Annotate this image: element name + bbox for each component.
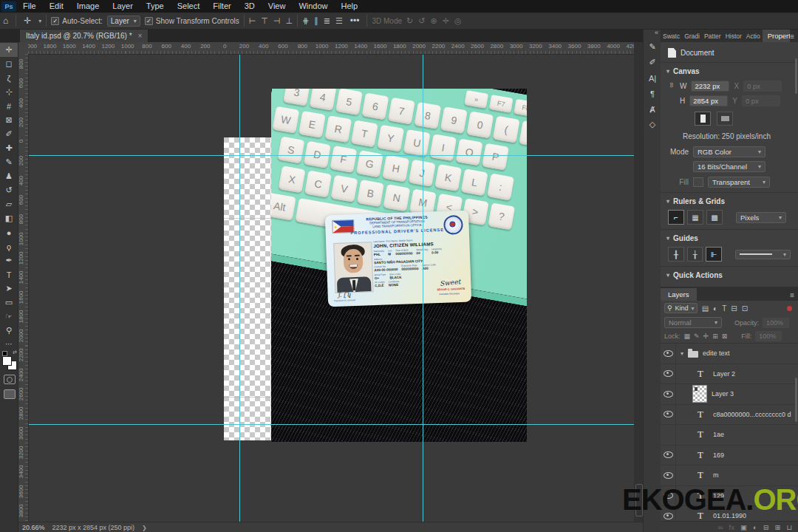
auto-select-target-dropdown[interactable]: Layer ▾ — [107, 16, 140, 27]
horizontal-guide[interactable] — [28, 424, 634, 425]
visibility-toggle[interactable] — [661, 446, 676, 466]
visibility-toggle[interactable] — [661, 425, 676, 445]
menu-item[interactable]: Filter — [206, 0, 237, 13]
lock-icon[interactable]: ⊞ — [712, 332, 718, 340]
toggle-pixel-grid-button[interactable]: ▩ — [706, 210, 723, 225]
horizontal-ruler[interactable]: 2000180016001400120010008006004002000200… — [28, 42, 634, 55]
link-layers-icon[interactable]: ∞ — [718, 523, 723, 531]
distribute-icon[interactable]: ≣ — [324, 16, 330, 26]
history-brush-tool[interactable]: ↺ — [0, 183, 18, 197]
layer-row[interactable]: T Layer 2 — [661, 364, 798, 385]
tab-layers[interactable]: Layers — [661, 288, 697, 301]
lock-guides-button[interactable]: ⊩ — [706, 247, 722, 262]
ruler-units-dropdown[interactable]: Pixels ▾ — [736, 212, 786, 223]
toggle-grid-button[interactable]: ▦ — [687, 210, 703, 225]
marquee-tool[interactable]: ◻ — [0, 57, 18, 71]
panel-tab[interactable]: Swatc — [661, 30, 682, 42]
visibility-toggle[interactable] — [661, 405, 676, 425]
panel-tab[interactable]: Patter — [702, 30, 723, 42]
width-field[interactable]: 2232 px — [691, 81, 729, 92]
toggle-rulers-button[interactable]: ⌐ — [668, 210, 684, 225]
edit-toolbar-icon[interactable]: ⋯ — [0, 340, 18, 348]
lock-icon[interactable]: ▦ — [684, 332, 691, 340]
menu-item[interactable]: Window — [292, 0, 334, 13]
opacity-field[interactable]: 100% — [763, 318, 789, 328]
foreground-background-colors[interactable]: ⇄ — [2, 351, 17, 369]
layer-row[interactable]: ▾ edite text — [661, 344, 798, 364]
canvas-section-header[interactable]: ▾ Canvas — [661, 67, 798, 75]
filter-type-icon[interactable]: T — [720, 304, 728, 313]
hand-tool[interactable]: ☞ — [0, 310, 18, 324]
character-panel-icon[interactable]: A| — [644, 70, 661, 86]
distribute-icon[interactable]: ⋕ — [302, 16, 309, 26]
menu-item[interactable]: Edit — [43, 0, 70, 13]
default-colors-icon[interactable] — [2, 351, 7, 356]
align-icon[interactable]: ⊤ — [261, 16, 268, 26]
quick-mask-icon[interactable] — [4, 375, 16, 384]
scrollbar-thumb[interactable] — [795, 378, 797, 422]
lock-icon[interactable]: ✛ — [703, 332, 709, 340]
blur-tool[interactable]: ● — [0, 225, 18, 239]
vertical-guide[interactable] — [423, 54, 423, 522]
panel-menu-icon[interactable]: ≡ — [790, 33, 798, 42]
tool-preset-arrow[interactable]: ▾ — [38, 18, 41, 24]
swap-colors-icon[interactable]: ⇄ — [13, 349, 17, 355]
menu-item[interactable]: Select — [171, 0, 207, 13]
more-align-options-icon[interactable]: ••• — [347, 16, 363, 26]
menu-item[interactable]: 3D — [238, 0, 262, 13]
lock-icon[interactable]: ✎ — [694, 332, 700, 340]
filter-type-icon[interactable]: ⊟ — [729, 304, 738, 313]
document-tab[interactable]: Italy id.psd @ 20.7% (RGB/16) * × — [20, 29, 149, 42]
quick-actions-section-header[interactable]: ▾ Quick Actions — [661, 271, 798, 279]
delete-layer-icon[interactable]: ⊔ — [787, 523, 792, 531]
type-tool[interactable]: T — [0, 267, 18, 282]
layer-filter-dropdown[interactable]: ⚲ Kind ▾ — [664, 303, 698, 313]
zoom-tool[interactable]: ⚲ — [0, 324, 18, 338]
visibility-toggle[interactable] — [661, 466, 676, 485]
glyphs-panel-icon[interactable]: Ⱥ — [644, 101, 661, 117]
visibility-toggle[interactable] — [661, 364, 676, 384]
3d-panel-icon[interactable]: ◇ — [644, 117, 661, 132]
new-layer-icon[interactable]: ⊞ — [775, 523, 781, 531]
menu-item[interactable]: File — [16, 0, 43, 13]
vertical-guide[interactable] — [239, 54, 240, 522]
dodge-tool[interactable]: ϙ — [0, 239, 18, 253]
menu-item[interactable]: Help — [335, 0, 365, 13]
distribute-icon[interactable]: ∥ — [314, 16, 318, 26]
layer-row[interactable]: T 169 — [661, 446, 798, 466]
horizontal-guide[interactable] — [28, 155, 634, 156]
lasso-tool[interactable]: ζ — [0, 71, 18, 85]
auto-select-checkbox[interactable]: ✓ Auto-Select: — [51, 17, 102, 25]
height-field[interactable]: 2854 px — [689, 95, 728, 106]
filter-type-icon[interactable]: ◐ — [712, 304, 719, 313]
adjustment-layer-icon[interactable]: ◐ — [753, 523, 757, 531]
filter-toggle-icon[interactable] — [787, 306, 792, 311]
brush-settings-panel-icon[interactable]: ✎ — [644, 39, 661, 55]
toggle-smart-guides-button[interactable]: ╁ — [687, 247, 703, 262]
foreground-color-swatch[interactable] — [2, 356, 12, 366]
tab-properties[interactable]: Properties — [763, 30, 790, 42]
menu-item[interactable]: View — [262, 0, 293, 13]
layer-effects-icon[interactable]: fx — [729, 523, 734, 531]
guide-style-dropdown[interactable]: ▾ — [735, 250, 791, 259]
vertical-ruler[interactable]: 8006004002000200400600800100012001400160… — [18, 54, 29, 522]
clone-stamp-tool[interactable]: ♟ — [0, 169, 18, 183]
menu-item[interactable]: Type — [140, 0, 171, 13]
visibility-toggle[interactable] — [661, 344, 676, 364]
panel-tab[interactable]: Gradi — [682, 30, 702, 42]
lock-icon[interactable]: ⊠ — [722, 332, 728, 340]
canvas-viewport[interactable]: »F7F8F9F1034567890()WERTYUIOPSDFGHJKL:XC… — [28, 54, 634, 522]
layer-row[interactable]: Layer 3 — [661, 384, 798, 405]
distribute-icon[interactable]: ☰ — [335, 16, 343, 26]
filter-type-icon[interactable]: ▤ — [700, 304, 710, 313]
portrait-orientation-button[interactable] — [695, 112, 711, 126]
eyedropper-tool[interactable]: ✐ — [0, 127, 18, 141]
chevron-down-icon[interactable]: ▾ — [681, 350, 683, 357]
brush-tool[interactable]: ✎ — [0, 155, 18, 169]
status-menu-icon[interactable]: ❯ — [142, 525, 147, 531]
scrollbar-thumb[interactable] — [795, 58, 797, 94]
menu-item[interactable]: Layer — [106, 0, 140, 13]
guides-section-header[interactable]: ▾ Guides — [661, 234, 798, 242]
show-transform-checkbox[interactable]: ✓ Show Transform Controls — [145, 17, 239, 25]
layer-row[interactable]: T c8a0000000...cccccccc0 d — [661, 405, 798, 426]
